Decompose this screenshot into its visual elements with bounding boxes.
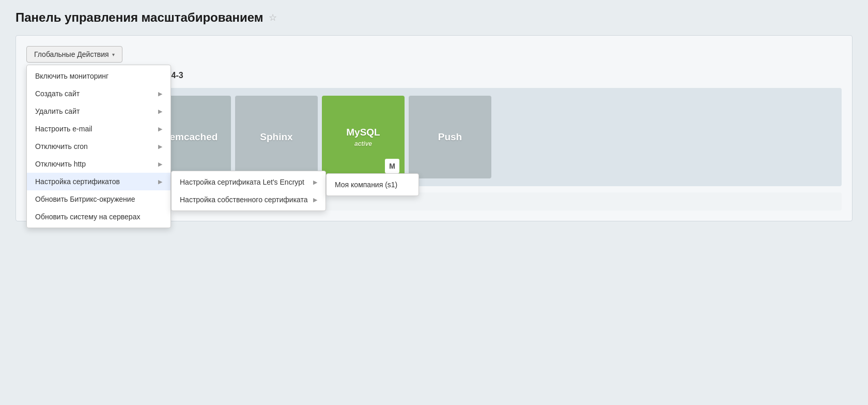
favorite-icon[interactable]: ☆ bbox=[269, 12, 277, 23]
menu-item-update-system[interactable]: Обновить систему на серверах bbox=[27, 208, 171, 226]
submenu-item-letsencrypt[interactable]: Настройка сертификата Let's Encrypt ▶ Мо… bbox=[172, 173, 326, 191]
submenu-arrow-icon: ▶ bbox=[158, 178, 162, 185]
service-tile-mysql[interactable]: MySQL active M bbox=[322, 96, 405, 178]
tile-label-sphinx: Sphinx bbox=[260, 131, 292, 143]
submenu-arrow-icon: ▶ bbox=[158, 143, 162, 150]
page-header: Панель управления масштабированием ☆ bbox=[16, 10, 853, 25]
global-actions-label: Глобальные Действия bbox=[34, 50, 109, 58]
tile-badge-mysql: M bbox=[385, 159, 399, 173]
menu-item-configure-email[interactable]: Настроить e-mail ▶ bbox=[27, 120, 171, 138]
global-actions-dropdown: Включить мониторинг Создать сайт ▶ Удали… bbox=[26, 65, 171, 228]
certs-submenu: Настройка сертификата Let's Encrypt ▶ Мо… bbox=[171, 171, 326, 211]
tile-status-mysql: active bbox=[354, 140, 372, 147]
submenu-arrow-icon: ▶ bbox=[313, 197, 317, 203]
submenu-arrow-icon: ▶ bbox=[158, 126, 162, 132]
toolbar: Глобальные Действия ▾ Включить мониторин… bbox=[26, 46, 122, 63]
menu-item-update-bitrix[interactable]: Обновить Битрикс-окружение bbox=[27, 190, 171, 208]
submenu-arrow-icon: ▶ bbox=[158, 108, 162, 115]
main-card: Глобальные Действия ▾ Включить мониторин… bbox=[16, 35, 853, 221]
submenu-arrow-icon: ▶ bbox=[158, 91, 162, 97]
menu-item-create-site[interactable]: Создать сайт ▶ bbox=[27, 85, 171, 102]
service-tile-sphinx[interactable]: Sphinx bbox=[235, 96, 318, 178]
submenu-arrow-icon: ▶ bbox=[313, 179, 317, 186]
global-actions-button[interactable]: Глобальные Действия ▾ bbox=[26, 46, 122, 63]
menu-item-disable-cron[interactable]: Отключить cron ▶ bbox=[27, 138, 171, 155]
page-wrapper: Панель управления масштабированием ☆ Гло… bbox=[0, 0, 868, 405]
tile-label-mysql: MySQL bbox=[346, 127, 380, 138]
page-title: Панель управления масштабированием bbox=[16, 10, 264, 25]
submenu-item-own-cert[interactable]: Настройка собственного сертификата ▶ bbox=[172, 191, 326, 208]
company-s1-item[interactable]: Моя компания (s1) bbox=[327, 176, 419, 193]
menu-item-disable-http[interactable]: Отключить http ▶ bbox=[27, 155, 171, 173]
tile-label-push: Push bbox=[438, 131, 462, 143]
menu-item-configure-certs[interactable]: Настройка сертификатов ▶ Настройка серти… bbox=[27, 173, 171, 190]
menu-item-enable-monitoring[interactable]: Включить мониторинг bbox=[27, 67, 171, 85]
company-submenu: Моя компания (s1) bbox=[326, 173, 419, 196]
service-tile-push[interactable]: Push bbox=[409, 96, 491, 178]
submenu-arrow-icon: ▶ bbox=[158, 161, 162, 168]
dropdown-arrow-icon: ▾ bbox=[112, 52, 115, 57]
menu-item-delete-site[interactable]: Удалить сайт ▶ bbox=[27, 102, 171, 120]
